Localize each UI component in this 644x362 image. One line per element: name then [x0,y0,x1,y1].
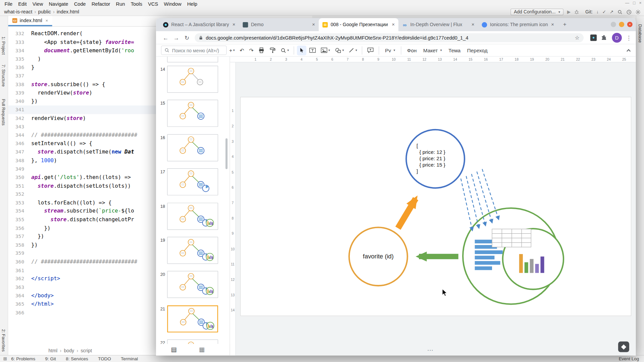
slide-thumbnail-box[interactable] [167,100,218,127]
line-number[interactable]: 350 [8,173,31,182]
undo-button[interactable]: ↶ [238,45,247,55]
insert-comment-button[interactable] [365,45,376,55]
editor-tab-index-html[interactable]: <> index.html × [8,16,52,26]
line-number[interactable]: 358 [8,241,31,249]
add-configuration-button[interactable]: Add Configuration... ▾ [511,9,564,15]
background-button[interactable]: Фон [404,45,420,55]
line-number[interactable]: 362 [8,275,31,283]
line-number[interactable]: 344 [8,131,31,139]
slide-thumbnail-box[interactable] [167,237,218,264]
line-number[interactable]: 348 [8,156,31,165]
slide-thumbnail[interactable]: 17 [156,168,229,196]
search-everywhere-icon[interactable] [617,9,623,15]
tool-window-favorites[interactable]: 2: Favorites [1,329,6,352]
paint-format-button[interactable] [268,45,278,55]
slide-thumbnail[interactable]: 19 [156,237,229,265]
line-number[interactable]: 355 [8,216,31,224]
line-number[interactable]: 360 [8,258,31,266]
filmstrip-view-button[interactable]: ▤ [171,346,176,353]
browser-tab-react[interactable]: React – A JavaScript library for × [159,18,239,31]
profile-avatar[interactable]: D [612,33,622,42]
tab-close-icon[interactable]: × [551,22,554,27]
slide-thumbnail[interactable]: 21 [156,305,229,333]
pv-button[interactable]: Pv ▾ [382,45,398,55]
line-number[interactable]: 339 [8,89,31,97]
line-number[interactable]: 346 [8,139,31,148]
menu-refactor[interactable]: Refactor [89,1,113,7]
slide-thumbnail-box[interactable] [167,271,218,298]
tool-window-pull-requests[interactable]: Pull Requests [1,99,6,125]
menu-window[interactable]: Window [161,1,184,7]
git-commit-icon[interactable]: ✓ [602,9,606,15]
settings-gear-icon[interactable] [635,9,641,15]
slide-thumbnail-partial[interactable] [167,57,218,62]
breadcrumb-item[interactable]: index.html [57,9,79,14]
line-number[interactable]: 333 [8,38,31,46]
reload-icon[interactable]: ↻ [181,34,192,41]
theme-button[interactable]: Тема [445,45,464,55]
forward-icon[interactable]: → [171,34,181,41]
line-number[interactable]: 342 [8,114,31,122]
devtools-extension-icon[interactable] [590,34,597,41]
browser-tab-demo[interactable]: Demo × [239,18,319,31]
line-number[interactable]: 365 [8,300,31,308]
new-tab-button[interactable]: + [561,21,569,28]
slide-page[interactable]: [ { price: 12 } { price: 21 } { price: 1… [240,97,631,316]
line-number[interactable]: 363 [8,283,31,292]
tab-close-icon[interactable]: × [46,18,48,23]
line-number[interactable]: 353 [8,199,31,207]
slide-thumbnail[interactable]: 16 [156,134,229,162]
line-number[interactable]: 337 [8,72,31,80]
slide-thumbnail[interactable]: 14 [156,66,229,94]
print-button[interactable] [257,45,267,55]
line-number[interactable]: 335 [8,55,31,63]
line-number[interactable]: 359 [8,249,31,258]
line-number[interactable]: 343 [8,123,31,131]
prices-text[interactable]: [ { price: 12 } { price: 21 } { price: 1… [417,143,470,175]
select-tool-button[interactable] [297,45,307,55]
tab-close-icon[interactable]: × [232,22,235,27]
hide-menus-icon[interactable] [627,49,631,53]
line-number[interactable]: 352 [8,190,31,198]
debug-icon[interactable] [574,9,579,14]
line-number[interactable]: 341 [8,106,31,114]
explore-button[interactable] [618,342,629,352]
line-number[interactable]: 366 [8,308,31,317]
redo-button[interactable]: ↷ [247,45,256,55]
slide-thumbnail[interactable]: 18 [156,202,229,230]
menu-tools[interactable]: Tools [128,1,145,7]
grid-view-button[interactable]: ▦ [199,346,205,353]
line-number[interactable]: 347 [8,148,31,156]
breadcrumb-item[interactable]: script [80,348,92,353]
new-slide-button[interactable]: +▾ [227,45,237,55]
close-icon[interactable]: × [639,1,641,5]
browser-tab-slides[interactable]: 008 - Google Презентации × [319,18,398,31]
menu-search-input[interactable]: Поиск по меню (Alt+/) [161,46,227,55]
close-button[interactable]: × [627,22,633,27]
tool-windows-icon[interactable]: ⊞ [3,356,7,361]
back-icon[interactable]: ← [160,34,171,41]
run-icon[interactable]: ▶ [567,9,571,15]
status-bar-item[interactable]: 9: Git [45,356,56,361]
notes-resize-handle[interactable]: ⋯ [427,346,434,354]
tool-window-project[interactable]: 1: Project [1,37,6,55]
tab-close-icon[interactable]: × [312,22,315,27]
line-number[interactable]: 332 [8,29,31,38]
menu-edit[interactable]: Edit [15,1,30,7]
maximize-icon[interactable]: □ [633,1,635,5]
tool-window-database[interactable]: Database [638,24,643,43]
line-number[interactable]: 357 [8,232,31,241]
url-text[interactable]: docs.google.com/presentation/d/1dxGBRe6j… [206,35,571,40]
git-push-icon[interactable]: ↗ [610,9,613,15]
slide-thumbnail[interactable]: 15 [156,100,229,128]
slide-thumbnail[interactable]: 20 [156,271,229,299]
line-number[interactable]: 340 [8,97,31,106]
line-number[interactable]: 356 [8,224,31,232]
status-bar-item[interactable]: Terminal [121,356,138,361]
status-bar-item[interactable]: TODO [98,356,111,361]
insert-image-button[interactable]: ▾ [319,45,332,55]
line-number[interactable]: 351 [8,182,31,190]
tab-close-icon[interactable]: × [472,22,475,27]
line-number[interactable]: 334 [8,47,31,55]
event-log-item[interactable]: Event Log [619,356,639,361]
